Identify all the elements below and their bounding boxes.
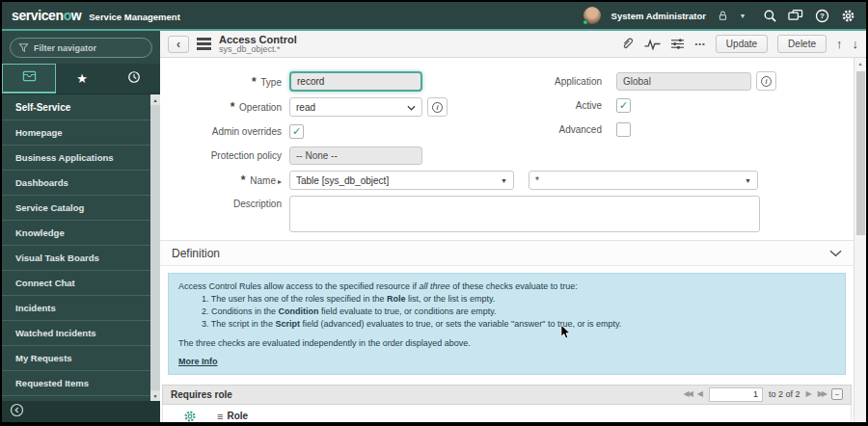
more-options-icon[interactable]: •••: [694, 40, 705, 48]
delete-button[interactable]: Delete: [777, 35, 827, 53]
column-menu-icon: ≡: [217, 411, 223, 422]
page-number-input[interactable]: [709, 387, 763, 402]
active-checkbox[interactable]: ✓: [616, 98, 631, 113]
tab-favorites[interactable]: ★: [56, 64, 108, 93]
main-scrollbar[interactable]: ▲: [854, 58, 866, 422]
previous-record-icon[interactable]: ↑: [836, 37, 843, 51]
next-record-icon[interactable]: ↓: [853, 37, 859, 51]
page-subtitle: sys_db_object.*: [219, 45, 297, 55]
tab-history[interactable]: [108, 64, 160, 93]
admin-overrides-label: Admin overrides: [164, 126, 289, 137]
personalize-form-icon[interactable]: [670, 38, 685, 50]
sidebar-item-dashboards[interactable]: Dashboards: [2, 171, 160, 196]
requires-role-header: Requires role ◀◀ ◀ to 2 of 2 ▶ ▶▶ −: [162, 385, 852, 405]
star-icon: ★: [76, 71, 88, 86]
description-label: Description: [164, 196, 289, 209]
first-page-icon[interactable]: ◀◀: [684, 390, 692, 398]
protection-policy-label: Protection policy: [164, 150, 289, 161]
page-range: to 2 of 2: [769, 389, 800, 399]
application-info-button[interactable]: i: [756, 71, 776, 91]
active-label: Active: [520, 100, 616, 111]
info-rule-2: 2. Conditions in the Condition field eva…: [202, 306, 835, 317]
definition-info-box: Access Control Rules allow access to the…: [168, 273, 846, 375]
description-field[interactable]: [289, 196, 760, 232]
logo-text-end: w: [71, 8, 82, 23]
sidebar-item-service-catalog[interactable]: Service Catalog: [2, 196, 160, 221]
list-gear-icon[interactable]: [163, 410, 217, 422]
admin-overrides-checkbox[interactable]: ✓: [289, 124, 304, 139]
advanced-checkbox[interactable]: [616, 122, 631, 137]
elevated-role-lock-icon[interactable]: [715, 7, 732, 24]
sidebar-item-my-requests[interactable]: My Requests: [2, 346, 160, 371]
attachment-paperclip-icon[interactable]: [620, 37, 635, 51]
chevron-down-icon[interactable]: [829, 250, 842, 257]
sidebar-item-homepage[interactable]: Homepage: [2, 120, 160, 146]
required-marker: *: [231, 100, 235, 114]
role-column-header[interactable]: ≡ Role: [217, 411, 248, 422]
more-info-link[interactable]: More Info: [178, 356, 218, 367]
sidebar-scroll-up-icon[interactable]: ▲: [150, 94, 160, 105]
activity-stream-icon[interactable]: [644, 39, 661, 50]
tab-all-applications[interactable]: [2, 64, 56, 93]
menu-section-self-service[interactable]: Self-Service: [2, 94, 160, 120]
name-field-select[interactable]: * ▼: [529, 171, 758, 190]
sidebar-item-knowledge[interactable]: Knowledge: [2, 221, 160, 246]
collapse-sidebar-icon[interactable]: [10, 403, 24, 421]
definition-section-header[interactable]: Definition: [160, 240, 854, 266]
filter-navigator-input[interactable]: [34, 43, 144, 53]
operation-info-button[interactable]: i: [427, 97, 448, 117]
sidebar-item-requested-items[interactable]: Requested Items: [2, 371, 160, 396]
presence-dot: [583, 19, 588, 25]
top-banner: servicenow Service Management System Adm…: [2, 2, 866, 31]
connect-chat-icon[interactable]: [787, 7, 804, 24]
back-button[interactable]: ‹: [168, 36, 189, 53]
next-page-icon[interactable]: ▶: [806, 390, 812, 398]
sidebar-item-watched-incidents[interactable]: Watched Incidents: [2, 321, 160, 346]
logo-accent: o: [64, 8, 71, 23]
application-menu: Self-Service Homepage Business Applicati…: [2, 94, 160, 422]
main-scroll-thumb[interactable]: [856, 71, 865, 235]
type-field[interactable]: [289, 71, 422, 92]
advanced-label: Advanced: [520, 124, 616, 135]
sidebar-item-visual-task-boards[interactable]: Visual Task Boards: [2, 246, 160, 271]
help-icon[interactable]: ?: [813, 7, 830, 24]
protection-policy-field[interactable]: [289, 146, 422, 165]
update-button[interactable]: Update: [716, 35, 768, 53]
avatar[interactable]: [583, 7, 601, 24]
name-field-value: *: [535, 175, 539, 186]
clock-icon: [127, 70, 141, 88]
sidebar-tabs: ★: [2, 64, 160, 94]
settings-gear-icon[interactable]: [839, 7, 856, 24]
user-menu[interactable]: System Administrator: [611, 11, 706, 21]
pagination: ◀◀ ◀ to 2 of 2 ▶ ▶▶ −: [684, 387, 843, 402]
sidebar-footer: [2, 401, 160, 422]
sidebar-item-connect-chat[interactable]: Connect Chat: [2, 271, 160, 296]
requires-role-section: Requires role ◀◀ ◀ to 2 of 2 ▶ ▶▶ −: [162, 385, 852, 422]
user-caret-icon[interactable]: ▾: [741, 12, 745, 20]
required-marker: *: [241, 173, 246, 187]
name-table-value: Table [sys_db_object]: [296, 175, 389, 186]
collapse-list-icon[interactable]: −: [831, 388, 843, 400]
product-name: Service Management: [89, 12, 180, 22]
main-scroll-up-icon[interactable]: ▲: [854, 58, 866, 69]
sidebar-item-incidents[interactable]: Incidents: [2, 296, 160, 321]
last-page-icon[interactable]: ▶▶: [818, 390, 826, 398]
sidebar-scroll-down-icon[interactable]: ▼: [150, 390, 160, 401]
applications-box-icon: [22, 69, 37, 87]
sidebar-scrollbar[interactable]: ▲ ▼: [150, 94, 160, 401]
name-label: * Name▸: [164, 173, 289, 187]
svg-text:?: ?: [820, 12, 825, 20]
application-label: Application: [520, 76, 616, 87]
page-title: Access Control: [219, 34, 297, 45]
search-icon[interactable]: [761, 7, 778, 24]
context-menu-icon[interactable]: [197, 38, 211, 50]
role-table-header: ≡ Role: [162, 405, 852, 422]
previous-page-icon[interactable]: ◀: [697, 390, 703, 398]
application-field[interactable]: [616, 72, 751, 91]
sidebar-item-business-applications[interactable]: Business Applications: [2, 146, 160, 171]
info-icon: i: [432, 102, 443, 113]
name-table-select[interactable]: Table [sys_db_object] ▼: [289, 171, 514, 190]
sidebar-scroll-thumb[interactable]: [150, 105, 160, 390]
select-caret-icon: ▼: [739, 177, 751, 184]
operation-select[interactable]: read: [289, 97, 422, 117]
